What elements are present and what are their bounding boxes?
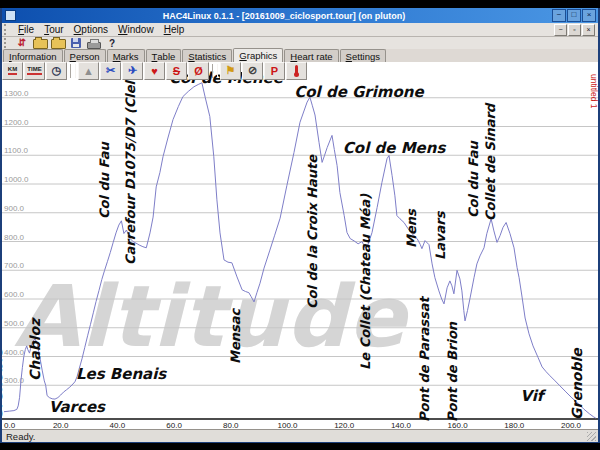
y-tick-label: 400.0 (4, 348, 25, 357)
new-folder-button[interactable] (49, 37, 67, 49)
thermometer-icon (295, 65, 298, 75)
label-pont-de-brion: Pont de Brion (446, 322, 460, 422)
window-title: HAC4Linux 0.1.1 - [20161009_ciclosport.t… (16, 11, 552, 21)
average-icon[interactable]: ⊘ (242, 62, 263, 80)
save-button[interactable] (67, 37, 85, 49)
thermometer-icon[interactable] (286, 62, 307, 80)
x-tick-label: 20.0 (53, 421, 69, 429)
label-collet-de-sinard: Collet de Sinard (484, 104, 498, 221)
folder-open-icon (33, 39, 48, 49)
label-grenoble: Grenoble (570, 349, 584, 421)
status-text: Ready. (6, 431, 35, 442)
whats-this-button[interactable]: ? (103, 37, 121, 49)
speed-icon[interactable]: S (166, 62, 187, 80)
label-mensac: Mensac (229, 309, 243, 364)
scissors-icon[interactable]: ✂ (100, 62, 121, 80)
graphics-view[interactable]: Altitude 300.0400.0500.0600.0700.0800.09… (2, 62, 598, 429)
tab-heart-rate[interactable]: Heart rate (284, 49, 338, 62)
floppy-icon (71, 38, 81, 48)
label-col-de-la-croix-haute: Col de la Croix Haute (306, 155, 320, 309)
x-tick-label: 200.0 (561, 421, 582, 429)
flag-icon[interactable]: ⚑ (220, 62, 241, 80)
resize-grip-icon[interactable] (587, 432, 596, 441)
x-tick-label: 140.0 (391, 421, 412, 429)
app-icon (5, 10, 16, 21)
label-varces: Varces (49, 398, 105, 416)
label-col-du-fau: Col du Fau (467, 141, 481, 218)
x-axis-time-button[interactable]: TIME (24, 62, 45, 80)
y-tick-label: 800.0 (4, 233, 25, 242)
label-mens: Mens (405, 209, 419, 248)
tab-information[interactable]: Information (3, 49, 63, 62)
toolbar-separator (70, 64, 76, 78)
mdi-window-tab[interactable]: untitled 1 (589, 74, 598, 109)
avg-speed-icon: Ø (194, 65, 203, 77)
maximize-button[interactable]: □ (567, 9, 581, 22)
average-icon: ⊘ (248, 64, 257, 77)
label-les-benais: Les Benais (76, 365, 166, 383)
x-tick-label: 180.0 (504, 421, 525, 429)
y-tick-label: 1100.0 (4, 146, 28, 155)
tab-statistics[interactable]: Statistics (182, 49, 232, 62)
tab-marks[interactable]: Marks (107, 49, 145, 62)
y-tick-label: 600.0 (4, 290, 25, 299)
power-icon: P (271, 65, 278, 77)
y-tick-label: 500.0 (4, 319, 25, 328)
x-tick-label: 60.0 (166, 421, 182, 429)
mdi-restore-button[interactable]: ▫ (568, 24, 581, 36)
plane-icon: ✈ (128, 64, 137, 77)
minimize-button[interactable]: − (552, 9, 566, 22)
x-tick-label: 120.0 (334, 421, 355, 429)
status-bar: Ready. (2, 429, 598, 442)
tab-graphics[interactable]: Graphics (233, 48, 283, 62)
folder-icon (51, 39, 66, 49)
mdi-minimize-button[interactable]: − (554, 24, 567, 36)
toolbar-grip[interactable] (4, 38, 11, 48)
label-col-de-mens: Col de Mens (343, 139, 446, 157)
print-button[interactable] (85, 37, 103, 49)
tab-settings[interactable]: Settings (340, 49, 386, 62)
plane-icon[interactable]: ✈ (122, 62, 143, 80)
avg-speed-icon[interactable]: Ø (188, 62, 209, 80)
altitude-icon: ▲ (83, 65, 94, 77)
window-controls: −□× (552, 9, 596, 22)
mdi-close-button[interactable]: × (582, 24, 595, 36)
menubar-grip[interactable] (4, 24, 11, 34)
menu-tour[interactable]: Tour (39, 24, 68, 35)
power-icon[interactable]: P (264, 62, 285, 80)
mdi-window-controls: −▫× (554, 24, 595, 36)
label-le-collet-chateau-m-a: Le Collet (Chateau Méa) (359, 194, 373, 370)
menu-file[interactable]: File (13, 24, 39, 35)
menu-options[interactable]: Options (69, 24, 113, 35)
tab-table[interactable]: Table (146, 49, 182, 62)
main-toolbar: ⇵? (2, 37, 598, 49)
graph-toolbar: KMTIME◷▲✂✈♥SØ⚑⊘P (2, 62, 308, 79)
open-file-button[interactable] (31, 37, 49, 49)
heart-rate-icon[interactable]: ♥ (144, 62, 165, 80)
screenshot-root: HAC4Linux 0.1.1 - [20161009_ciclosport.t… (0, 0, 600, 450)
menu-window[interactable]: Window (113, 24, 159, 35)
close-button[interactable]: × (582, 9, 596, 22)
menu-bar: FileTourOptionsWindowHelp −▫× (2, 23, 598, 37)
altitude-icon[interactable]: ▲ (78, 62, 99, 80)
x-tick-label: 0.0 (4, 421, 16, 429)
label-pont-de-parassat: Pont de Parassat (418, 297, 432, 422)
label-carrefour-d1075-d7-clelles: Carrefour D1075/D7 (Clelles) (124, 62, 138, 265)
speed-icon: S (173, 65, 180, 77)
y-tick-label: 1200.0 (4, 118, 29, 127)
x-axis-distance-button[interactable]: KM (2, 62, 23, 80)
tab-bar: InformationPersonMarksTableStatisticsGra… (2, 49, 598, 63)
download-from-device-button[interactable]: ⇵ (13, 37, 31, 49)
label-chabloz: Chabloz (28, 319, 42, 381)
label-grenoble: Grenoble (2, 349, 4, 421)
menu-help[interactable]: Help (159, 24, 190, 35)
tab-person[interactable]: Person (64, 49, 106, 62)
help-arrow-icon: ? (109, 38, 115, 49)
printer-icon (87, 42, 101, 49)
y-tick-label: 700.0 (4, 261, 25, 270)
label-col-du-fau: Col du Fau (98, 142, 112, 219)
title-bar[interactable]: HAC4Linux 0.1.1 - [20161009_ciclosport.t… (2, 8, 598, 23)
clock-icon[interactable]: ◷ (46, 62, 67, 80)
x-tick-label: 160.0 (448, 421, 469, 429)
label-lavars: Lavars (434, 211, 448, 259)
